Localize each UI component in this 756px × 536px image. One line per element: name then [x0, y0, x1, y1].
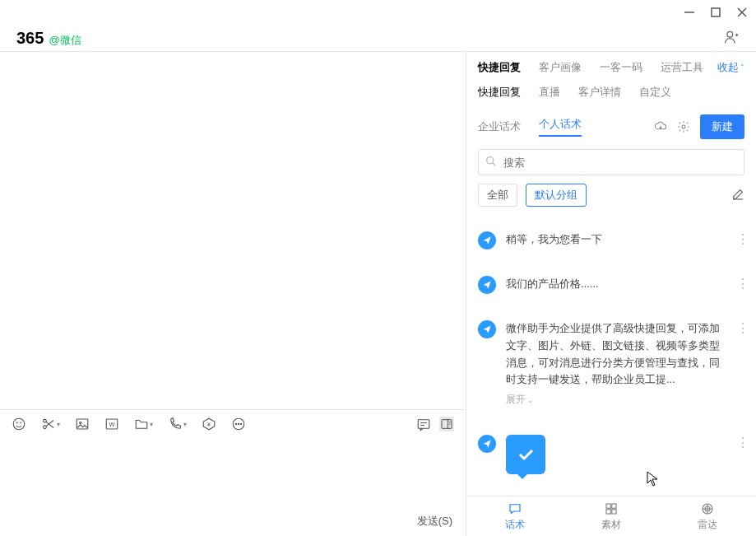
folder-button[interactable]: ▾: [134, 417, 153, 431]
window-titlebar: [0, 0, 756, 25]
message-input[interactable]: [0, 438, 466, 509]
svg-rect-14: [77, 419, 88, 429]
reply-media: [506, 435, 726, 474]
svg-point-10: [44, 419, 47, 422]
search-icon: [485, 155, 498, 168]
more-icon[interactable]: [231, 417, 246, 431]
cloud-sync-icon[interactable]: [654, 120, 667, 133]
subtab-quick-reply[interactable]: 快捷回复: [478, 85, 521, 100]
svg-point-7: [13, 418, 25, 430]
svg-line-32: [493, 163, 495, 165]
reply-more-icon[interactable]: ⋮: [736, 435, 749, 474]
nav-materials[interactable]: 素材: [563, 496, 659, 536]
currency-icon[interactable]: ¥: [202, 417, 216, 431]
svg-text:¥: ¥: [207, 422, 211, 427]
tab-quick-reply[interactable]: 快捷回复: [478, 60, 521, 75]
subtab-live[interactable]: 直播: [539, 85, 560, 100]
grid-icon: [604, 501, 619, 516]
group-all[interactable]: 全部: [478, 184, 517, 207]
svg-rect-37: [612, 510, 616, 514]
svg-point-9: [21, 422, 21, 423]
call-button[interactable]: ▾: [168, 417, 187, 431]
subtab-customer-detail[interactable]: 客户详情: [578, 85, 621, 100]
svg-rect-34: [606, 504, 610, 508]
nav-radar[interactable]: 雷达: [660, 496, 756, 536]
emoji-icon[interactable]: [12, 417, 26, 431]
subtab-custom[interactable]: 自定义: [639, 85, 671, 100]
reply-text: 我们的产品价格......: [506, 276, 726, 294]
svg-point-22: [240, 423, 241, 424]
send-button[interactable]: 发送(S): [417, 514, 452, 529]
word-icon[interactable]: W: [104, 417, 119, 431]
svg-text:W: W: [109, 421, 115, 428]
chat-bubble-icon: [508, 501, 522, 516]
scissors-icon: [41, 417, 56, 431]
reply-text: 稍等，我为您看一下: [506, 231, 726, 249]
reply-more-icon[interactable]: ⋮: [736, 320, 749, 408]
maximize-button[interactable]: [710, 7, 721, 18]
side-subtabs: 快捷回复 直播 客户详情 自定义: [466, 80, 756, 108]
add-contact-button[interactable]: [723, 29, 740, 48]
quick-reply-icon[interactable]: [416, 417, 431, 431]
reply-more-icon[interactable]: ⋮: [736, 231, 749, 249]
svg-point-15: [80, 422, 81, 423]
minimize-button[interactable]: [684, 7, 695, 18]
svg-rect-35: [612, 504, 616, 508]
category-enterprise[interactable]: 企业话术: [478, 119, 521, 134]
send-icon: [478, 231, 496, 249]
tab-ops-tools[interactable]: 运营工具: [661, 60, 703, 75]
svg-rect-1: [712, 8, 720, 16]
collapse-button[interactable]: 收起˄: [717, 60, 744, 75]
collapse-label: 收起: [717, 60, 739, 75]
search-input[interactable]: [478, 149, 744, 175]
send-icon: [478, 435, 496, 453]
side-tabs: 快捷回复 客户画像 一客一码 运营工具: [478, 60, 703, 75]
header: 365 @微信: [0, 25, 756, 51]
reply-text: 微伴助手为企业提供了高级快捷回复，可添加文字、图片、外链、图文链接、视频等多类型…: [506, 320, 726, 408]
send-icon: [478, 276, 496, 294]
scissors-button[interactable]: ▾: [41, 417, 60, 431]
svg-rect-36: [606, 510, 610, 514]
contact-source: @微信: [49, 33, 81, 48]
chevron-down-icon: ▾: [57, 421, 60, 428]
chevron-up-icon: ˄: [740, 63, 744, 72]
svg-rect-23: [418, 420, 429, 429]
panel-toggle-icon[interactable]: [439, 417, 454, 431]
svg-point-31: [487, 157, 494, 164]
svg-point-21: [238, 423, 239, 424]
send-icon: [478, 320, 496, 338]
reply-item[interactable]: 稍等，我为您看一下 ⋮: [478, 223, 749, 268]
gear-icon[interactable]: [677, 120, 690, 133]
check-bubble-icon: [506, 435, 545, 474]
close-button[interactable]: [736, 7, 748, 18]
reply-list: 稍等，我为您看一下 ⋮ 我们的产品价格...... ⋮ 微伴助手为企业提供了高级…: [466, 215, 756, 496]
chat-area: ▾ W ▾ ▾ ¥: [0, 52, 466, 536]
tab-customer-profile[interactable]: 客户画像: [539, 60, 582, 75]
category-personal[interactable]: 个人话术: [539, 117, 582, 137]
radar-icon: [700, 501, 715, 516]
chevron-down-icon: ▾: [183, 421, 187, 428]
reply-more-icon[interactable]: ⋮: [736, 276, 749, 294]
new-button[interactable]: 新建: [700, 114, 744, 139]
chat-input-area: ▾ W ▾ ▾ ¥: [0, 409, 466, 536]
chevron-down-icon: ▾: [150, 421, 153, 428]
nav-label: 话术: [505, 518, 525, 532]
svg-point-8: [16, 422, 17, 423]
group-default[interactable]: 默认分组: [526, 184, 587, 207]
nav-scripts[interactable]: 话术: [466, 496, 563, 536]
svg-point-20: [235, 423, 236, 424]
image-icon[interactable]: [75, 417, 90, 431]
side-panel: 快捷回复 客户画像 一客一码 运营工具 收起˄ 快捷回复 直播 客户详情 自定义…: [466, 52, 756, 536]
edit-icon[interactable]: [731, 188, 744, 203]
chat-history: [0, 52, 466, 409]
contact-title: 365: [16, 29, 44, 48]
expand-button[interactable]: 展开 ⌄: [506, 392, 534, 408]
chevron-down-icon: ⌄: [527, 394, 534, 406]
reply-item[interactable]: 我们的产品价格...... ⋮: [478, 268, 749, 312]
reply-item[interactable]: 微伴助手为企业提供了高级快捷回复，可添加文字、图片、外链、图文链接、视频等多类型…: [478, 312, 749, 426]
reply-item[interactable]: ⋮: [478, 426, 749, 492]
tab-one-code[interactable]: 一客一码: [600, 60, 642, 75]
folder-icon: [134, 417, 149, 431]
svg-point-4: [727, 31, 733, 37]
phone-icon: [168, 417, 183, 431]
